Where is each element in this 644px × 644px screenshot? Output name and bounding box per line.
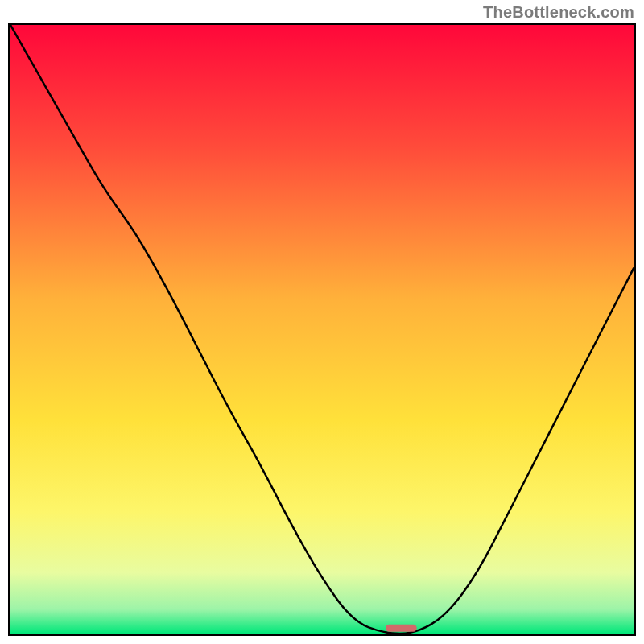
attribution-text: TheBottleneck.com [483, 3, 634, 22]
optimal-point-marker [386, 625, 417, 632]
chart-container: TheBottleneck.com [0, 0, 644, 644]
bottleneck-curve [10, 25, 634, 634]
plot-area [8, 23, 636, 636]
